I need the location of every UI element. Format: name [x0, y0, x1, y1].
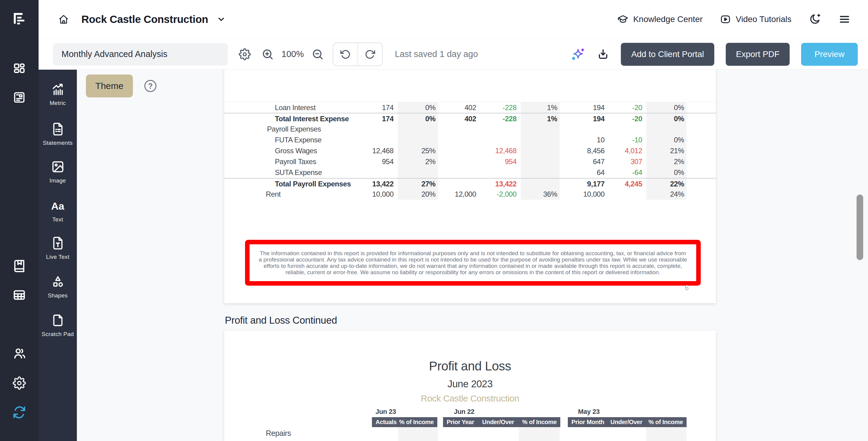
cell-value	[476, 167, 517, 178]
cell-value	[394, 167, 438, 178]
reports-icon[interactable]	[12, 90, 26, 105]
cell-value: 4,012	[604, 145, 642, 156]
add-to-client-portal-button[interactable]: Add to Client Portal	[621, 43, 714, 66]
image-icon	[51, 160, 65, 174]
cell-value: 21%	[642, 145, 687, 156]
scrollbar-thumb[interactable]	[857, 195, 863, 260]
table-row: Total Interest Expense1740%402-2281%194-…	[224, 113, 716, 124]
tool-image[interactable]: Image	[38, 160, 77, 184]
report-company: Rock Castle Construction	[224, 393, 716, 404]
cell-value: -20	[604, 102, 642, 113]
zoom-in-button[interactable]	[261, 48, 274, 60]
sync-icon[interactable]	[13, 406, 26, 419]
table-row: FUTA Expense10-100%	[224, 135, 716, 145]
cell-value: 10,000	[351, 189, 394, 200]
export-pdf-button[interactable]: Export PDF	[726, 43, 790, 66]
cell-value: 647	[560, 156, 604, 167]
table-icon[interactable]	[13, 288, 26, 302]
row-label: Total Interest Expense	[224, 113, 351, 124]
users-icon[interactable]	[13, 347, 26, 360]
column-group: May 23Prior MonthUnder/Over% of Income	[568, 408, 687, 427]
cell-value: 4,245	[604, 179, 642, 189]
tool-scratch-pad[interactable]: Scratch Pad	[38, 314, 77, 337]
column-header-bar: Actuals% of Income	[372, 417, 437, 427]
cell-value: 24%	[642, 189, 687, 200]
table-row: Payroll Taxes9542%9546473072%	[224, 156, 716, 167]
tool-shapes[interactable]: Shapes	[38, 275, 77, 299]
tools-sidebar: Metric Statements Image Aa Text Live Tex…	[38, 70, 77, 441]
cell-value	[438, 179, 476, 189]
cell-value: 12,468	[476, 145, 517, 156]
bookmarked-book-icon[interactable]	[13, 259, 26, 273]
report-settings-button[interactable]	[239, 48, 251, 60]
tool-statements[interactable]: Statements	[38, 122, 77, 146]
undo-icon	[340, 49, 351, 60]
zoom-out-icon	[312, 48, 324, 60]
cell-value: 10,000	[560, 189, 604, 200]
dashboard-icon[interactable]	[13, 62, 26, 76]
theme-button[interactable]: Theme	[86, 75, 133, 97]
text-aa-icon: Aa	[51, 199, 64, 213]
cell-value: 64	[560, 167, 604, 178]
report-page-2: Profit and Loss June 2023 Rock Castle Co…	[224, 331, 716, 441]
cell-value: 27%	[394, 179, 438, 189]
column-header-bar: Prior MonthUnder/Over% of Income	[568, 417, 687, 427]
tool-live-text[interactable]: Live Text	[38, 236, 77, 260]
cell-value	[517, 179, 560, 189]
cell-value: 13,422	[351, 179, 394, 189]
settings-icon[interactable]	[13, 377, 26, 390]
knowledge-center-link[interactable]: Knowledge Center	[618, 14, 703, 25]
row-label: Rent	[224, 189, 351, 200]
video-tutorials-label: Video Tutorials	[736, 14, 792, 24]
cell-value: 12,000	[438, 189, 476, 200]
cell-value	[476, 124, 517, 135]
cell-value: 1%	[517, 102, 560, 113]
download-icon[interactable]	[597, 48, 610, 61]
tool-text[interactable]: Aa Text	[38, 199, 77, 223]
hamburger-menu-icon[interactable]	[838, 13, 850, 25]
cell-value	[438, 124, 476, 135]
cell-value: 194	[560, 102, 604, 113]
cell-value: 1%	[517, 113, 560, 124]
column-header: % of Income	[399, 419, 434, 425]
cell-value	[476, 135, 517, 145]
cell-value	[394, 135, 438, 145]
help-icon[interactable]: ?	[144, 80, 156, 92]
cell-value: 10	[560, 135, 604, 145]
cell-value: 0%	[642, 167, 687, 178]
company-switcher[interactable]: Rock Castle Construction	[59, 13, 226, 25]
tool-metric[interactable]: Metric	[38, 82, 77, 107]
tool-label: Statements	[43, 140, 73, 146]
preview-button[interactable]: Preview	[801, 43, 858, 66]
cell-value: -228	[476, 113, 517, 124]
zoom-out-button[interactable]	[312, 48, 324, 60]
cell-value	[517, 156, 560, 167]
cell-value	[517, 124, 560, 135]
table-row-label: Repairs	[266, 429, 291, 438]
report-title-input[interactable]	[53, 43, 228, 65]
cell-value: 954	[351, 156, 394, 167]
zoom-level: 100%	[281, 49, 304, 59]
row-label: Gross Wages	[224, 145, 351, 156]
cell-value	[438, 156, 476, 167]
cell-value: 194	[560, 113, 604, 124]
undo-button[interactable]	[333, 43, 358, 65]
dark-mode-moon-icon[interactable]	[809, 13, 821, 25]
cell-value	[517, 145, 560, 156]
row-label: SUTA Expense	[224, 167, 351, 178]
app-logo[interactable]	[11, 11, 28, 28]
cell-value: -2,000	[476, 189, 517, 200]
tool-label: Metric	[50, 100, 66, 107]
ai-sparkle-icon[interactable]	[571, 47, 585, 62]
cell-value: 0%	[394, 102, 438, 113]
cell-value	[351, 167, 394, 178]
report-title: Profit and Loss	[224, 359, 716, 374]
disclaimer-highlight-box[interactable]: The information contained in this report…	[245, 240, 701, 286]
table-row: Rent10,00020%12,000-2,00036%10,00024%	[224, 189, 716, 200]
shaded-column	[398, 427, 438, 441]
disclaimer-text: The information contained in this report…	[257, 250, 688, 275]
scratch-pad-icon	[51, 314, 65, 327]
redo-button[interactable]	[358, 43, 382, 65]
video-tutorials-link[interactable]: Video Tutorials	[720, 14, 792, 25]
cell-value: 9,177	[560, 179, 604, 189]
